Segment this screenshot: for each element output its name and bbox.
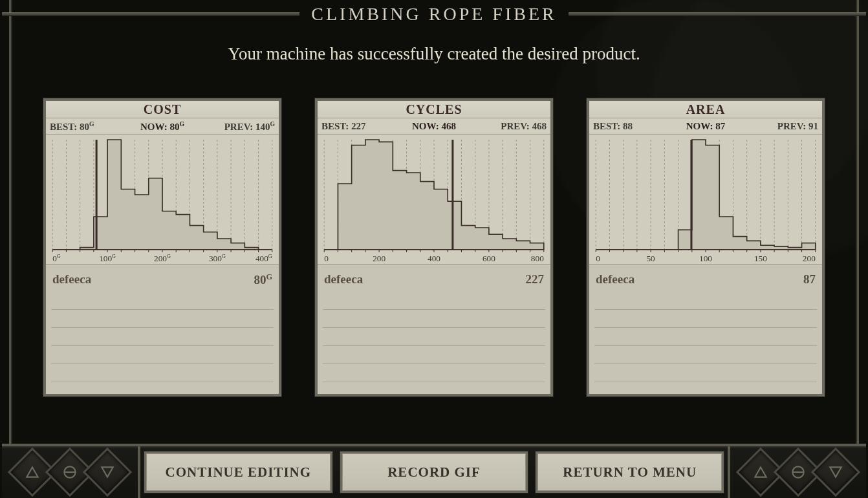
title-bar: CLIMBING ROPE FIBER bbox=[2, 0, 866, 28]
cycles-best: BEST: 227 bbox=[321, 121, 396, 132]
continue-editing-button[interactable]: CONTINUE EDITING bbox=[144, 451, 332, 493]
leaderboard-row: defeeca 80G bbox=[52, 272, 272, 287]
svg-text:0: 0 bbox=[596, 254, 600, 263]
cost-now: NOW: 80G bbox=[125, 120, 200, 133]
svg-text:200G: 200G bbox=[154, 254, 171, 263]
cycles-stats: BEST: 227 NOW: 468 PREV: 468 bbox=[318, 118, 550, 135]
button-row: CONTINUE EDITING RECORD GIF RETURN TO ME… bbox=[138, 446, 730, 498]
decor-right bbox=[730, 446, 866, 498]
leaderboard-name: defeeca bbox=[324, 272, 363, 287]
area-panel: AREA BEST: 88 NOW: 87 PREV: 91 050100150… bbox=[587, 98, 825, 396]
leaderboard-lines bbox=[51, 292, 274, 390]
cost-leaderboard: defeeca 80G bbox=[46, 265, 279, 394]
puzzle-title: CLIMBING ROPE FIBER bbox=[299, 4, 568, 25]
leaderboard-name: defeeca bbox=[596, 272, 635, 287]
svg-text:200: 200 bbox=[803, 254, 816, 263]
area-now: NOW: 87 bbox=[668, 121, 743, 132]
title-rule-right bbox=[569, 12, 866, 16]
svg-text:150: 150 bbox=[754, 254, 767, 263]
leaderboard-value: 87 bbox=[803, 272, 816, 287]
triangle-down-icon bbox=[814, 451, 857, 493]
svg-text:200: 200 bbox=[373, 254, 385, 263]
triangle-down-icon bbox=[86, 451, 129, 493]
cost-title: COST bbox=[46, 101, 279, 118]
svg-text:0G: 0G bbox=[52, 254, 61, 263]
svg-text:300G: 300G bbox=[209, 254, 226, 263]
leaderboard-value: 80G bbox=[254, 272, 272, 287]
leaderboard-name: defeeca bbox=[52, 272, 91, 287]
svg-text:0: 0 bbox=[324, 254, 329, 263]
metrics-row: COST BEST: 80G NOW: 80G PREV: 140G 0G100… bbox=[43, 98, 825, 396]
title-rule-left bbox=[2, 12, 299, 16]
results-dialog: CLIMBING ROPE FIBER Your machine has suc… bbox=[9, 0, 859, 498]
cost-histogram: 0G100G200G300G400G bbox=[46, 135, 279, 265]
leaderboard-row: defeeca 227 bbox=[324, 272, 544, 287]
area-leaderboard: defeeca 87 bbox=[589, 265, 822, 394]
cycles-panel: CYCLES BEST: 227 NOW: 468 PREV: 468 0200… bbox=[315, 98, 553, 396]
cost-panel: COST BEST: 80G NOW: 80G PREV: 140G 0G100… bbox=[43, 98, 281, 396]
leaderboard-lines bbox=[594, 292, 817, 390]
success-message: Your machine has successfully created th… bbox=[11, 44, 857, 64]
cost-stats: BEST: 80G NOW: 80G PREV: 140G bbox=[46, 118, 279, 135]
svg-text:100: 100 bbox=[699, 254, 712, 263]
return-to-menu-button[interactable]: RETURN TO MENU bbox=[536, 451, 724, 493]
svg-text:400: 400 bbox=[428, 254, 440, 263]
area-best: BEST: 88 bbox=[593, 121, 668, 132]
leaderboard-row: defeeca 87 bbox=[596, 272, 816, 287]
svg-text:600: 600 bbox=[483, 254, 495, 263]
leaderboard-value: 227 bbox=[526, 272, 545, 287]
record-gif-button[interactable]: RECORD GIF bbox=[340, 451, 528, 493]
svg-text:800: 800 bbox=[531, 254, 544, 263]
svg-text:100G: 100G bbox=[99, 254, 116, 263]
cycles-prev: PREV: 468 bbox=[472, 121, 547, 132]
decor-left bbox=[2, 446, 138, 498]
cycles-now: NOW: 468 bbox=[396, 121, 472, 132]
area-stats: BEST: 88 NOW: 87 PREV: 91 bbox=[589, 118, 822, 135]
cycles-leaderboard: defeeca 227 bbox=[318, 265, 550, 394]
cost-best: BEST: 80G bbox=[50, 120, 125, 133]
area-histogram: 050100150200 bbox=[589, 135, 822, 265]
area-prev: PREV: 91 bbox=[743, 121, 818, 132]
area-title: AREA bbox=[589, 101, 822, 118]
svg-text:400G: 400G bbox=[255, 254, 272, 263]
cost-prev: PREV: 140G bbox=[200, 120, 275, 133]
cycles-histogram: 0200400600800 bbox=[318, 135, 550, 265]
cycles-title: CYCLES bbox=[318, 101, 550, 118]
svg-text:50: 50 bbox=[646, 254, 655, 263]
bottom-bar: CONTINUE EDITING RECORD GIF RETURN TO ME… bbox=[2, 444, 866, 498]
leaderboard-lines bbox=[323, 292, 545, 390]
